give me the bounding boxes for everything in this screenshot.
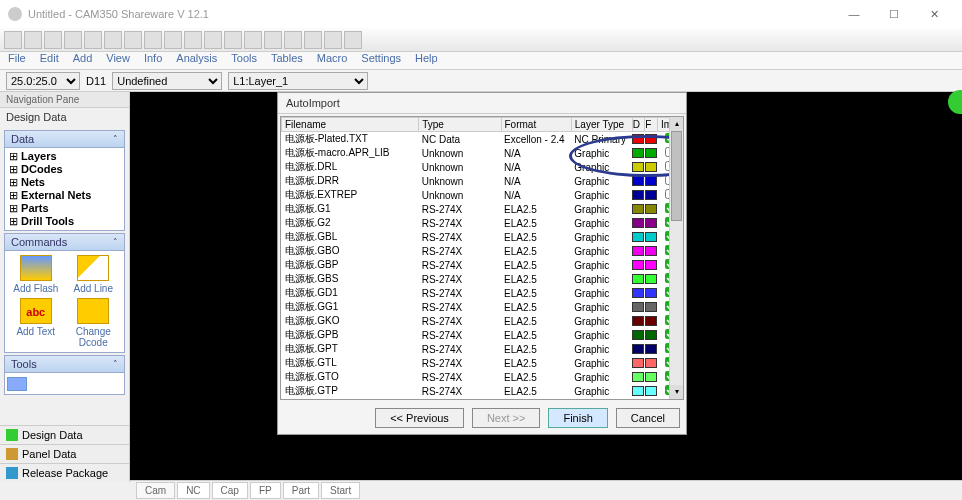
table-row[interactable]: 电源板.GPTRS-274XELA2.5Graphic (282, 342, 683, 356)
col-format[interactable]: Format (501, 118, 571, 132)
tab-cap[interactable]: Cap (212, 482, 248, 499)
table-row[interactable]: 电源板.GBSRS-274XELA2.5Graphic (282, 272, 683, 286)
toolbar-btn[interactable] (4, 31, 22, 49)
toolbar-btn[interactable] (264, 31, 282, 49)
data-header[interactable]: Data˄ (4, 130, 125, 148)
tree-drill-tools[interactable]: ⊞ Drill Tools (7, 215, 122, 228)
design-data-label[interactable]: Design Data (0, 108, 129, 126)
table-row[interactable]: 电源板.DRLUnknownN/AGraphic (282, 160, 683, 174)
table-row[interactable]: 电源板.GKORS-274XELA2.5Graphic (282, 314, 683, 328)
toolbar-btn[interactable] (204, 31, 222, 49)
nav-pane-header: Navigation Pane (0, 92, 129, 108)
tree-parts[interactable]: ⊞ Parts (7, 202, 122, 215)
scroll-thumb[interactable] (671, 131, 682, 221)
tab-part[interactable]: Part (283, 482, 319, 499)
tree-nets[interactable]: ⊞ Nets (7, 176, 122, 189)
menu-settings[interactable]: Settings (361, 52, 401, 69)
menu-macro[interactable]: Macro (317, 52, 348, 69)
table-row[interactable]: 电源板.GBLRS-274XELA2.5Graphic (282, 230, 683, 244)
commands-grid: Add Flash Add Line abcAdd Text Change Dc… (4, 251, 125, 353)
tab-fp[interactable]: FP (250, 482, 281, 499)
menu-edit[interactable]: Edit (40, 52, 59, 69)
cmd-add-flash[interactable]: Add Flash (12, 255, 60, 294)
maximize-button[interactable]: ☐ (874, 0, 914, 28)
canvas-area[interactable]: AutoImport Filename Type Format Layer Ty… (130, 92, 962, 482)
menu-add[interactable]: Add (73, 52, 93, 69)
commands-header[interactable]: Commands˄ (4, 233, 125, 251)
toolbar-btn[interactable] (44, 31, 62, 49)
menu-file[interactable]: File (8, 52, 26, 69)
cmd-add-line[interactable]: Add Line (69, 255, 117, 294)
cmd-change-dcode[interactable]: Change Dcode (69, 298, 117, 348)
tree-dcodes[interactable]: ⊞ DCodes (7, 163, 122, 176)
toolbar-btn[interactable] (324, 31, 342, 49)
toolbar-btn[interactable] (284, 31, 302, 49)
table-row[interactable]: 电源板.GTORS-274XELA2.5Graphic (282, 370, 683, 384)
previous-button[interactable]: << Previous (375, 408, 464, 428)
table-row[interactable]: 电源板.GBORS-274XELA2.5Graphic (282, 244, 683, 258)
table-row[interactable]: 电源板.GTSRS-274XELA2.5Graphic (282, 398, 683, 400)
footer-panel-data[interactable]: Panel Data (0, 444, 129, 463)
table-row[interactable]: 电源板.GTLRS-274XELA2.5Graphic (282, 356, 683, 370)
table-row[interactable]: 电源板.GD1RS-274XELA2.5Graphic (282, 286, 683, 300)
menu-help[interactable]: Help (415, 52, 438, 69)
table-row[interactable]: 电源板.G2RS-274XELA2.5Graphic (282, 216, 683, 230)
toolbar-btn[interactable] (64, 31, 82, 49)
menu-tables[interactable]: Tables (271, 52, 303, 69)
netlist-tool[interactable] (7, 377, 27, 391)
menu-tools[interactable]: Tools (231, 52, 257, 69)
col-d[interactable]: D (632, 118, 645, 132)
footer-release-package[interactable]: Release Package (0, 463, 129, 482)
table-row[interactable]: 电源板.GPBRS-274XELA2.5Graphic (282, 328, 683, 342)
menu-view[interactable]: View (106, 52, 130, 69)
next-button[interactable]: Next >> (472, 408, 541, 428)
tab-cam[interactable]: Cam (136, 482, 175, 499)
table-row[interactable]: 电源板.GG1RS-274XELA2.5Graphic (282, 300, 683, 314)
window-title: Untitled - CAM350 Shareware V 12.1 (28, 8, 834, 20)
layer-select[interactable]: L1:Layer_1 (228, 72, 368, 90)
tree-external-nets[interactable]: ⊞ External Nets (7, 189, 122, 202)
toolbar-btn[interactable] (164, 31, 182, 49)
col-filename[interactable]: Filename (282, 118, 419, 132)
table-row[interactable]: 电源板-macro.APR_LIBUnknownN/AGraphic (282, 146, 683, 160)
tab-nc[interactable]: NC (177, 482, 209, 499)
toolbar-btn[interactable] (224, 31, 242, 49)
toolbar-btn[interactable] (344, 31, 362, 49)
table-row[interactable]: 电源板.GBPRS-274XELA2.5Graphic (282, 258, 683, 272)
table-row[interactable]: 电源板.DRRUnknownN/AGraphic (282, 174, 683, 188)
col-layertype[interactable]: Layer Type (571, 118, 632, 132)
table-row[interactable]: 电源板.GTPRS-274XELA2.5Graphic (282, 384, 683, 398)
toolbar-btn[interactable] (124, 31, 142, 49)
tree-layers[interactable]: ⊞ Layers (7, 150, 122, 163)
col-type[interactable]: Type (419, 118, 501, 132)
tab-start[interactable]: Start (321, 482, 360, 499)
zoom-select[interactable]: 25.0:25.0 (6, 72, 80, 90)
minimize-button[interactable]: — (834, 0, 874, 28)
scroll-up-icon[interactable]: ▴ (670, 117, 683, 131)
close-button[interactable]: ✕ (914, 0, 954, 28)
footer-design-data[interactable]: Design Data (0, 425, 129, 444)
table-row[interactable]: 电源板.EXTREPUnknownN/AGraphic (282, 188, 683, 202)
col-f[interactable]: F (645, 118, 658, 132)
finish-button[interactable]: Finish (548, 408, 607, 428)
table-row[interactable]: 电源板.G1RS-274XELA2.5Graphic (282, 202, 683, 216)
toolbar-btn[interactable] (84, 31, 102, 49)
cancel-button[interactable]: Cancel (616, 408, 680, 428)
grid-scrollbar[interactable]: ▴ ▾ (669, 117, 683, 399)
tools-header[interactable]: Tools˄ (4, 355, 125, 373)
navigation-pane: Navigation Pane Design Data Data˄ ⊞ Laye… (0, 92, 130, 482)
menu-bar: File Edit Add View Info Analysis Tools T… (0, 52, 962, 70)
toolbar-btn[interactable] (184, 31, 202, 49)
toolbar-btn[interactable] (104, 31, 122, 49)
toolbar-btn[interactable] (24, 31, 42, 49)
toolbar-btn[interactable] (244, 31, 262, 49)
import-checkbox[interactable] (665, 399, 675, 400)
table-row[interactable]: 电源板-Plated.TXTNC DataExcellon - 2.4NC Pr… (282, 132, 683, 147)
toolbar-btn[interactable] (304, 31, 322, 49)
menu-info[interactable]: Info (144, 52, 162, 69)
cmd-add-text[interactable]: abcAdd Text (12, 298, 60, 348)
toolbar-btn[interactable] (144, 31, 162, 49)
dcode-select[interactable]: Undefined (112, 72, 222, 90)
menu-analysis[interactable]: Analysis (176, 52, 217, 69)
scroll-down-icon[interactable]: ▾ (670, 385, 683, 399)
